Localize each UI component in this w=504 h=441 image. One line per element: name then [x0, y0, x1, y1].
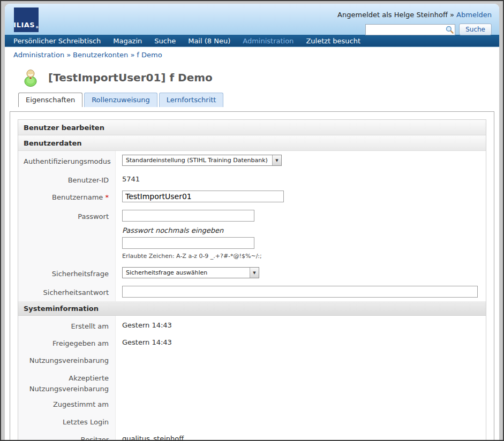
field-label: Freigegeben am [18, 333, 116, 350]
breadcrumb-f-demo[interactable]: f Demo [137, 51, 162, 59]
row-erstellt-am: Erstellt am Gestern 14:43 [18, 316, 486, 333]
section-systeminformation: Systeminformation [18, 301, 486, 316]
field-label: Benutzername [52, 193, 103, 201]
logo-text: ILIAS [13, 21, 35, 29]
field-label: Benutzer-ID [18, 170, 116, 187]
nav-item-mail[interactable]: Mail (8 Neu) [188, 37, 230, 45]
row-freigegeben-am: Freigegeben am Gestern 14:43 [18, 333, 486, 350]
row-zugestimmt-am: Zugestimmt am [18, 394, 486, 412]
field-label: Nutzungsvereinbarung [18, 350, 116, 368]
breadcrumb-separator: » [130, 51, 134, 59]
tab-eigenschaften[interactable]: Eigenschaften [18, 93, 82, 107]
row-benutzername: Benutzername * [18, 187, 486, 206]
row-sicherheitsfrage: Sicherheitsfrage Sicherheitsfrage auswäh… [18, 263, 486, 282]
erstellt-am-value: Gestern 14:43 [116, 316, 486, 333]
row-sicherheitsantwort: Sicherheitsantwort [18, 282, 486, 301]
header-search: Suche [365, 24, 492, 35]
row-akzeptierte-nutzungsvereinbarung: Akzeptierte Nutzungsvereinbarung [18, 368, 486, 394]
breadcrumb-separator: » [66, 51, 71, 59]
sicherheitsantwort-input[interactable] [122, 286, 478, 298]
login-status-text: Angemeldet als Helge Steinhoff » [337, 11, 454, 19]
field-label: Zugestimmt am [18, 394, 116, 412]
benutzer-id-value: 5741 [116, 170, 486, 187]
page: ILIAS® Angemeldet als Helge Steinhoff » … [5, 4, 499, 440]
akzeptierte-nutzungsvereinbarung-value [116, 368, 486, 394]
section-benutzerdaten: Benutzerdaten [18, 135, 486, 151]
field-label: Erstellt am [18, 316, 116, 333]
nav-item-suche[interactable]: Suche [154, 37, 176, 45]
logout-link[interactable]: Abmelden [456, 11, 492, 19]
header: ILIAS® Angemeldet als Helge Steinhoff » … [5, 4, 499, 35]
tab-lernfortschritt[interactable]: Lernfortschritt [159, 93, 224, 107]
field-label: Besitzer [18, 429, 116, 440]
page-title: [TestImportUser01] f Demo [48, 71, 213, 84]
field-label: Passwort [18, 206, 116, 263]
search-input[interactable] [365, 24, 455, 35]
ilias-logo[interactable]: ILIAS® [14, 7, 39, 32]
row-benutzer-id: Benutzer-ID 5741 [18, 170, 486, 187]
row-besitzer: Besitzer qualitus_steinhoff [18, 429, 486, 440]
sicherheitsfrage-selected-value: Sicherheitsfrage auswählen [123, 269, 212, 276]
user-edit-form: Benutzer bearbeiten Benutzerdaten Authen… [18, 119, 486, 440]
row-letztes-login: Letztes Login [18, 412, 486, 429]
sicherheitsfrage-select[interactable]: Sicherheitsfrage auswählen ▼ [122, 267, 259, 278]
dropdown-arrow-icon: ▼ [250, 268, 259, 278]
breadcrumb-administration[interactable]: Administration [13, 51, 64, 59]
row-nutzungsvereinbarung: Nutzungsvereinbarung [18, 350, 486, 368]
letztes-login-value [116, 412, 486, 429]
row-passwort: Passwort Passwort nochmals eingeben Erla… [18, 206, 486, 263]
passwort-input[interactable] [122, 210, 254, 222]
search-submit-button[interactable]: Suche [459, 24, 492, 35]
tab-bar: Eigenschaften Rollenzuweisung Lernfortsc… [5, 93, 499, 107]
breadcrumb: Administration»Benutzerkonten»f Demo [5, 47, 499, 62]
dropdown-arrow-icon: ▼ [272, 155, 281, 165]
tab-rollenzuweisung[interactable]: Rollenzuweisung [84, 93, 157, 107]
required-marker: * [106, 193, 109, 201]
field-label: Letztes Login [18, 412, 116, 429]
user-icon [21, 69, 40, 87]
title-row: [TestImportUser01] f Demo [5, 62, 499, 93]
passwort-retype-hint: Passwort nochmals eingeben [122, 226, 223, 234]
besitzer-value: qualitus_steinhoff [116, 429, 486, 440]
nav-item-magazin[interactable]: Magazin [113, 37, 142, 45]
breadcrumb-benutzerkonten[interactable]: Benutzerkonten [73, 51, 128, 59]
auth-modus-select[interactable]: Standardeinstellung (STIHL Training Date… [122, 155, 282, 166]
form-title: Benutzer bearbeiten [18, 120, 486, 135]
tab-content-panel: Benutzer bearbeiten Benutzerdaten Authen… [10, 111, 494, 440]
passwort-retype-input[interactable] [122, 237, 254, 249]
allowed-chars-hint: Erlaubte Zeichen: A-Z a-z 0-9 _.+?#-*@!$… [122, 253, 262, 260]
benutzername-input[interactable] [122, 191, 284, 202]
nutzungsvereinbarung-value [116, 350, 486, 368]
row-authentifizierungsmodus: Authentifizierungsmodus Standardeinstell… [18, 151, 486, 170]
nav-item-persoenlicher-schreibtisch[interactable]: Persönlicher Schreibtisch [13, 37, 101, 45]
logo-registered-mark: ® [35, 25, 39, 29]
login-status: Angemeldet als Helge Steinhoff » Abmelde… [337, 11, 492, 19]
freigegeben-am-value: Gestern 14:43 [116, 333, 486, 350]
field-label: Authentifizierungsmodus [18, 151, 116, 170]
search-icon[interactable] [446, 26, 454, 34]
zugestimmt-am-value [116, 394, 486, 412]
field-label: Akzeptierte Nutzungsvereinbarung [18, 368, 116, 394]
field-label: Sicherheitsfrage [18, 263, 116, 282]
main-nav: Persönlicher Schreibtisch Magazin Suche … [5, 35, 499, 47]
field-label: Sicherheitsantwort [18, 282, 116, 301]
nav-item-administration[interactable]: Administration [243, 37, 294, 45]
nav-item-zuletzt-besucht[interactable]: Zuletzt besucht [306, 37, 360, 45]
auth-modus-selected-value: Standardeinstellung (STIHL Training Date… [123, 157, 272, 164]
